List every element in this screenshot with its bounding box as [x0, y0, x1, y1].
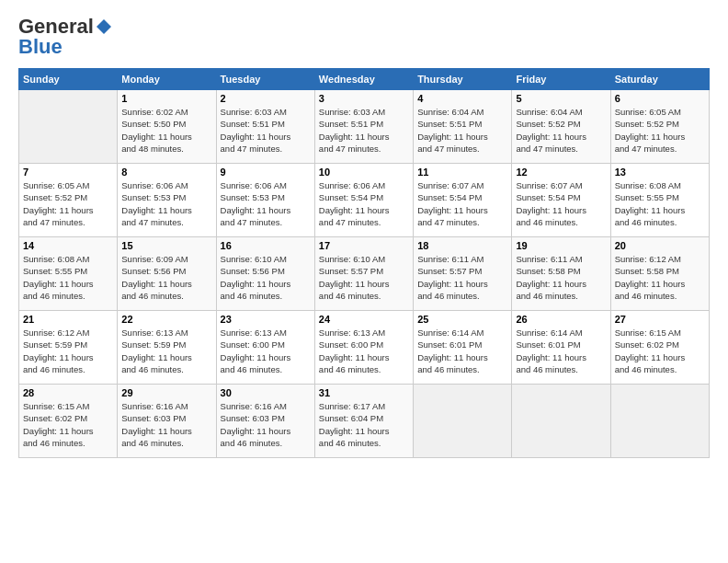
- day-number: 17: [319, 240, 409, 251]
- calendar-cell: 13Sunrise: 6:08 AM Sunset: 5:55 PM Dayli…: [610, 164, 709, 237]
- day-number: 25: [417, 314, 507, 325]
- calendar-cell: 29Sunrise: 6:16 AM Sunset: 6:03 PM Dayli…: [118, 385, 216, 458]
- day-info: Sunrise: 6:10 AM Sunset: 5:56 PM Dayligh…: [221, 253, 311, 302]
- calendar-cell: 7Sunrise: 6:05 AM Sunset: 5:52 PM Daylig…: [19, 164, 118, 237]
- calendar-cell: 24Sunrise: 6:13 AM Sunset: 6:00 PM Dayli…: [314, 311, 413, 385]
- day-number: 14: [23, 240, 113, 251]
- day-info: Sunrise: 6:07 AM Sunset: 5:54 PM Dayligh…: [417, 179, 507, 228]
- day-number: 2: [221, 93, 311, 104]
- day-number: 6: [615, 93, 705, 104]
- calendar-cell: [414, 385, 512, 458]
- calendar-cell: 19Sunrise: 6:11 AM Sunset: 5:58 PM Dayli…: [512, 237, 610, 311]
- day-info: Sunrise: 6:12 AM Sunset: 5:59 PM Dayligh…: [23, 327, 113, 375]
- calendar-cell: 3Sunrise: 6:03 AM Sunset: 5:51 PM Daylig…: [314, 90, 413, 164]
- calendar-cell: 25Sunrise: 6:14 AM Sunset: 6:01 PM Dayli…: [414, 311, 512, 385]
- col-header-monday: Monday: [118, 69, 216, 90]
- col-header-wednesday: Wednesday: [314, 69, 413, 90]
- calendar-cell: 28Sunrise: 6:15 AM Sunset: 6:02 PM Dayli…: [19, 385, 118, 458]
- day-info: Sunrise: 6:11 AM Sunset: 5:58 PM Dayligh…: [516, 253, 606, 302]
- week-row-3: 14Sunrise: 6:08 AM Sunset: 5:55 PM Dayli…: [19, 237, 710, 311]
- col-header-sunday: Sunday: [19, 69, 118, 90]
- calendar-cell: [610, 385, 709, 458]
- day-number: 30: [221, 387, 311, 398]
- week-row-4: 21Sunrise: 6:12 AM Sunset: 5:59 PM Dayli…: [19, 311, 710, 385]
- day-info: Sunrise: 6:13 AM Sunset: 6:00 PM Dayligh…: [221, 327, 311, 375]
- day-info: Sunrise: 6:07 AM Sunset: 5:54 PM Dayligh…: [516, 179, 606, 228]
- col-header-thursday: Thursday: [414, 69, 512, 90]
- week-row-2: 7Sunrise: 6:05 AM Sunset: 5:52 PM Daylig…: [19, 164, 710, 237]
- calendar-cell: 23Sunrise: 6:13 AM Sunset: 6:00 PM Dayli…: [216, 311, 314, 385]
- day-number: 28: [23, 387, 113, 398]
- day-info: Sunrise: 6:11 AM Sunset: 5:57 PM Dayligh…: [417, 253, 507, 302]
- day-number: 1: [121, 93, 211, 104]
- day-number: 19: [516, 240, 606, 251]
- col-header-saturday: Saturday: [610, 69, 709, 90]
- week-row-1: 1Sunrise: 6:02 AM Sunset: 5:50 PM Daylig…: [19, 90, 710, 164]
- calendar-cell: 15Sunrise: 6:09 AM Sunset: 5:56 PM Dayli…: [118, 237, 216, 311]
- day-number: 7: [23, 167, 113, 178]
- day-number: 11: [417, 167, 507, 178]
- day-info: Sunrise: 6:09 AM Sunset: 5:56 PM Dayligh…: [121, 253, 211, 302]
- day-info: Sunrise: 6:06 AM Sunset: 5:53 PM Dayligh…: [121, 179, 211, 228]
- calendar-cell: 8Sunrise: 6:06 AM Sunset: 5:53 PM Daylig…: [118, 164, 216, 237]
- day-info: Sunrise: 6:13 AM Sunset: 5:59 PM Dayligh…: [121, 327, 211, 375]
- calendar-cell: 1Sunrise: 6:02 AM Sunset: 5:50 PM Daylig…: [118, 90, 216, 164]
- calendar-cell: 26Sunrise: 6:14 AM Sunset: 6:01 PM Dayli…: [512, 311, 610, 385]
- day-info: Sunrise: 6:04 AM Sunset: 5:52 PM Dayligh…: [516, 106, 606, 155]
- day-info: Sunrise: 6:13 AM Sunset: 6:00 PM Dayligh…: [319, 327, 409, 375]
- day-info: Sunrise: 6:06 AM Sunset: 5:53 PM Dayligh…: [221, 179, 311, 228]
- day-info: Sunrise: 6:14 AM Sunset: 6:01 PM Dayligh…: [417, 327, 507, 375]
- day-info: Sunrise: 6:05 AM Sunset: 5:52 PM Dayligh…: [615, 106, 705, 155]
- day-info: Sunrise: 6:17 AM Sunset: 6:04 PM Dayligh…: [319, 400, 409, 449]
- day-info: Sunrise: 6:12 AM Sunset: 5:58 PM Dayligh…: [615, 253, 705, 302]
- day-info: Sunrise: 6:10 AM Sunset: 5:57 PM Dayligh…: [319, 253, 409, 302]
- logo: General Blue: [18, 15, 112, 59]
- calendar-table: SundayMondayTuesdayWednesdayThursdayFrid…: [18, 68, 710, 458]
- day-info: Sunrise: 6:08 AM Sunset: 5:55 PM Dayligh…: [23, 253, 113, 302]
- day-number: 8: [121, 167, 211, 178]
- day-number: 9: [221, 167, 311, 178]
- day-number: 24: [319, 314, 409, 325]
- day-info: Sunrise: 6:15 AM Sunset: 6:02 PM Dayligh…: [23, 400, 113, 449]
- day-info: Sunrise: 6:15 AM Sunset: 6:02 PM Dayligh…: [615, 327, 705, 375]
- day-number: 3: [319, 93, 409, 104]
- calendar-cell: 27Sunrise: 6:15 AM Sunset: 6:02 PM Dayli…: [610, 311, 709, 385]
- calendar-cell: 12Sunrise: 6:07 AM Sunset: 5:54 PM Dayli…: [512, 164, 610, 237]
- calendar-cell: 5Sunrise: 6:04 AM Sunset: 5:52 PM Daylig…: [512, 90, 610, 164]
- calendar-cell: 22Sunrise: 6:13 AM Sunset: 5:59 PM Dayli…: [118, 311, 216, 385]
- calendar-cell: 14Sunrise: 6:08 AM Sunset: 5:55 PM Dayli…: [19, 237, 118, 311]
- calendar-cell: 31Sunrise: 6:17 AM Sunset: 6:04 PM Dayli…: [314, 385, 413, 458]
- day-number: 26: [516, 314, 606, 325]
- day-info: Sunrise: 6:16 AM Sunset: 6:03 PM Dayligh…: [121, 400, 211, 449]
- day-number: 18: [417, 240, 507, 251]
- day-number: 15: [121, 240, 211, 251]
- col-header-tuesday: Tuesday: [216, 69, 314, 90]
- calendar-cell: 4Sunrise: 6:04 AM Sunset: 5:51 PM Daylig…: [414, 90, 512, 164]
- day-info: Sunrise: 6:06 AM Sunset: 5:54 PM Dayligh…: [319, 179, 409, 228]
- day-number: 20: [615, 240, 705, 251]
- day-info: Sunrise: 6:02 AM Sunset: 5:50 PM Dayligh…: [121, 106, 211, 155]
- logo-icon: [96, 18, 112, 35]
- day-number: 4: [417, 93, 507, 104]
- day-number: 5: [516, 93, 606, 104]
- calendar-cell: 6Sunrise: 6:05 AM Sunset: 5:52 PM Daylig…: [610, 90, 709, 164]
- col-header-friday: Friday: [512, 69, 610, 90]
- day-info: Sunrise: 6:03 AM Sunset: 5:51 PM Dayligh…: [221, 106, 311, 155]
- week-row-5: 28Sunrise: 6:15 AM Sunset: 6:02 PM Dayli…: [19, 385, 710, 458]
- calendar-cell: 30Sunrise: 6:16 AM Sunset: 6:03 PM Dayli…: [216, 385, 314, 458]
- logo-blue: Blue: [18, 35, 63, 59]
- day-info: Sunrise: 6:05 AM Sunset: 5:52 PM Dayligh…: [23, 179, 113, 228]
- day-number: 13: [615, 167, 705, 178]
- day-number: 27: [615, 314, 705, 325]
- day-info: Sunrise: 6:16 AM Sunset: 6:03 PM Dayligh…: [221, 400, 311, 449]
- calendar-cell: 16Sunrise: 6:10 AM Sunset: 5:56 PM Dayli…: [216, 237, 314, 311]
- day-number: 29: [121, 387, 211, 398]
- calendar-header-row: SundayMondayTuesdayWednesdayThursdayFrid…: [19, 69, 710, 90]
- day-number: 10: [319, 167, 409, 178]
- calendar-cell: 11Sunrise: 6:07 AM Sunset: 5:54 PM Dayli…: [414, 164, 512, 237]
- day-info: Sunrise: 6:03 AM Sunset: 5:51 PM Dayligh…: [319, 106, 409, 155]
- calendar-cell: 9Sunrise: 6:06 AM Sunset: 5:53 PM Daylig…: [216, 164, 314, 237]
- calendar-cell: 20Sunrise: 6:12 AM Sunset: 5:58 PM Dayli…: [610, 237, 709, 311]
- day-number: 12: [516, 167, 606, 178]
- day-number: 16: [221, 240, 311, 251]
